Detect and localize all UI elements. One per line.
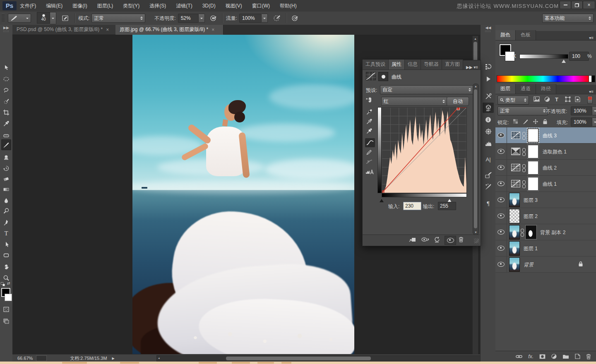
flow-select[interactable]: 100% — [239, 14, 268, 23]
menu-help[interactable]: 帮助(H) — [280, 2, 297, 10]
visibility-toggle[interactable] — [495, 127, 507, 143]
layers-blend-mode-select[interactable]: 正常 — [497, 106, 548, 115]
smooth-curve-tool[interactable] — [366, 159, 372, 165]
layers-panel-menu-icon[interactable]: ▾≡ — [586, 89, 596, 94]
layer-name[interactable]: 曲线 2 — [543, 165, 557, 172]
menu-type[interactable]: 类型(Y) — [123, 2, 139, 10]
tab-tool-presets[interactable]: 工具预设 — [363, 60, 389, 69]
menu-layer[interactable]: 图层(L) — [97, 2, 113, 10]
crop-tool[interactable] — [1, 108, 11, 117]
black-point-slider[interactable] — [380, 197, 384, 202]
gray-point-eyedropper[interactable] — [366, 118, 372, 125]
shape-tool[interactable] — [1, 250, 11, 260]
eraser-tool[interactable] — [1, 174, 11, 184]
k-slider-track[interactable] — [519, 54, 568, 59]
screen-mode-button[interactable] — [1, 316, 11, 326]
channel-select[interactable]: 红 — [381, 97, 447, 106]
scroll-up-icon[interactable]: ▲ — [474, 37, 477, 40]
layer-row-layer1[interactable]: 图层 1 — [495, 240, 596, 256]
properties-scrollbar[interactable]: ▲ ▼ — [473, 84, 479, 235]
targeted-adjustment-icon[interactable] — [365, 96, 374, 105]
path-selection-tool[interactable] — [1, 239, 11, 249]
layer-row-selective-color[interactable]: 选取颜色 1 — [495, 144, 596, 160]
visibility-toggle[interactable] — [495, 224, 507, 240]
clip-to-layer-button[interactable] — [409, 237, 416, 243]
lock-paint-icon[interactable] — [523, 119, 529, 125]
hand-tool[interactable] — [1, 262, 11, 272]
history-panel-icon[interactable] — [483, 61, 494, 72]
link-layers-button[interactable] — [516, 354, 522, 359]
brush-size-picker[interactable]: 40 — [37, 12, 56, 24]
actions-panel-icon[interactable] — [483, 74, 494, 84]
tab-close-icon[interactable]: × — [106, 27, 109, 33]
document-tab-active[interactable]: 原图.jpg @ 66.7% (曲线 3, 图层蒙版/8) * × — [115, 25, 223, 35]
gradient-tool[interactable] — [1, 184, 11, 194]
horizontal-scroll-thumb[interactable] — [226, 357, 371, 360]
visibility-toggle[interactable] — [495, 160, 507, 175]
layer-row-layer2[interactable]: 图层 2 — [495, 208, 596, 224]
histogram-panel-icon[interactable] — [483, 138, 494, 148]
restore-button[interactable] — [571, 1, 583, 9]
layer-row-curves3[interactable]: 曲线 3 — [495, 127, 596, 144]
layer-name[interactable]: 背景 副本 2 — [540, 229, 565, 236]
default-colors-icon[interactable] — [1, 282, 6, 287]
brush-presets-panel-icon[interactable] — [483, 181, 494, 192]
delete-layer-button[interactable] — [586, 354, 591, 359]
filter-adjustment-icon[interactable] — [544, 96, 550, 102]
marquee-tool[interactable] — [1, 74, 11, 84]
quick-mask-button[interactable] — [1, 304, 11, 314]
tab-layers[interactable]: 图层 — [495, 84, 516, 94]
curve-point-tool-selected[interactable] — [365, 138, 375, 147]
brush-tool[interactable] — [1, 139, 11, 150]
lasso-tool[interactable] — [1, 85, 11, 95]
layer-thumbnail[interactable] — [509, 257, 520, 272]
tool-preset-brush-icon[interactable] — [483, 170, 494, 180]
dodge-tool[interactable] — [1, 206, 11, 216]
auto-button[interactable]: 自动 — [447, 97, 469, 106]
new-layer-button[interactable] — [575, 354, 580, 359]
tab-navigator[interactable]: 导航器 — [421, 60, 442, 69]
opacity-select[interactable]: 52% — [178, 14, 205, 23]
tab-properties[interactable]: 属性 — [389, 60, 405, 69]
tab-histogram[interactable]: 直方图 — [442, 60, 463, 69]
layer-mask-thumbnail-figure[interactable] — [526, 225, 536, 239]
layer-row-background[interactable]: 背景 — [495, 256, 596, 273]
layer-filter-select[interactable]: 类型 — [497, 96, 529, 105]
layers-opacity-select[interactable]: 100% — [571, 106, 596, 115]
visibility-toggle[interactable] — [495, 240, 507, 256]
tab-paths[interactable]: 路径 — [536, 84, 556, 94]
paragraph-panel-icon[interactable]: ¶ — [483, 199, 494, 209]
view-previous-state-button[interactable] — [421, 237, 429, 242]
menu-select[interactable]: 选择(S) — [149, 2, 166, 10]
expand-panels-button[interactable]: ◀◀ — [481, 26, 496, 30]
canvas-horizontal-scrollbar[interactable]: ◂ ▸ — [156, 355, 484, 362]
visibility-toggle[interactable] — [495, 208, 507, 224]
menu-window[interactable]: 窗口(W) — [252, 2, 270, 10]
tool-presets-panel-icon[interactable] — [483, 91, 494, 101]
tab-close-icon[interactable]: × — [211, 27, 214, 33]
navigator-panel-icon[interactable] — [483, 126, 494, 136]
workspace-switcher[interactable]: 基本功能 — [542, 14, 594, 23]
properties-panel-icon[interactable] — [483, 103, 494, 113]
blend-mode-select[interactable]: 正常 — [91, 14, 145, 23]
curve-pencil-tool[interactable] — [366, 149, 372, 156]
tab-swatches[interactable]: 色板 — [516, 30, 536, 40]
layer-name[interactable]: 图层 2 — [524, 213, 538, 220]
new-group-button[interactable] — [562, 354, 569, 359]
swap-colors-icon[interactable]: ⇄ — [7, 281, 10, 285]
quick-selection-tool[interactable] — [1, 96, 11, 106]
curves-grid[interactable] — [382, 107, 467, 193]
layer-row-curves1[interactable]: 曲线 1 — [495, 176, 596, 192]
visibility-toggle[interactable] — [495, 176, 507, 192]
color-panel-menu-icon[interactable]: ▾≡ — [586, 36, 596, 40]
tool-preset-picker[interactable] — [8, 14, 31, 23]
scroll-left-icon[interactable]: ◂ — [158, 357, 160, 360]
mask-header-icon[interactable] — [378, 72, 388, 81]
type-tool[interactable]: T — [1, 228, 11, 238]
k-slider-thumb[interactable] — [562, 57, 566, 63]
status-widget[interactable] — [36, 355, 47, 361]
close-button[interactable]: × — [583, 1, 595, 9]
menu-3d[interactable]: 3D(D) — [202, 3, 216, 9]
minimize-button[interactable] — [560, 1, 571, 9]
properties-scroll-thumb[interactable] — [474, 89, 477, 228]
